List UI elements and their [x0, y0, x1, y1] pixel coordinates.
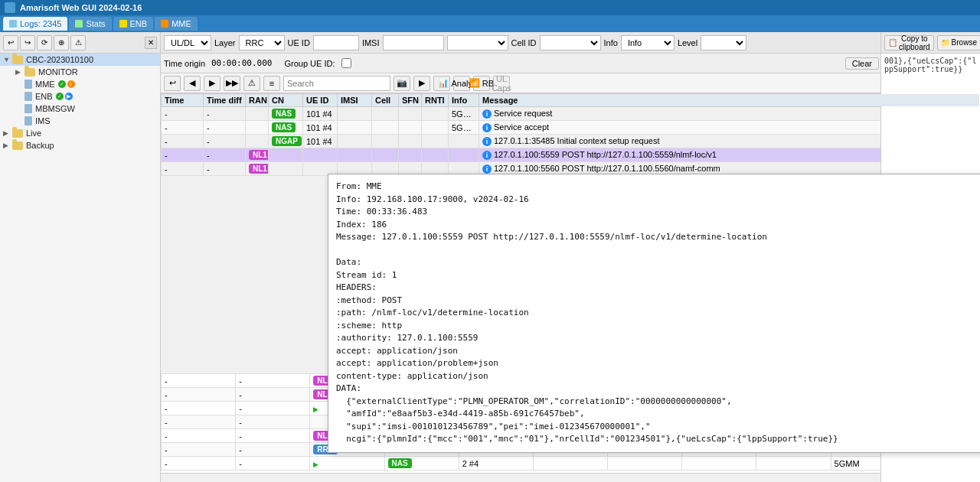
cell-sfn [399, 121, 422, 135]
col-header-imsi[interactable]: IMSI [338, 94, 372, 107]
tab-mme[interactable]: MME [155, 17, 198, 31]
sidebar-btn-4[interactable]: ⊕ [54, 35, 69, 50]
info-select[interactable]: Info [621, 35, 675, 50]
tab-mme-label: MME [172, 19, 191, 28]
cell-time: - [162, 443, 236, 457]
info-message: Message: 127.0.1.100:5559 POST http://12… [336, 231, 980, 244]
cell-timediff: - [236, 402, 310, 415]
cell-timediff: - [236, 443, 310, 457]
search-go-btn[interactable]: ▶ [413, 76, 430, 91]
ul-caps-button[interactable]: UL Caps [493, 76, 510, 91]
cell-ueid: 101 #4 [303, 121, 338, 135]
next-btn[interactable]: ▶▶ [224, 76, 240, 91]
sidebar-btn-3[interactable]: ⟳ [37, 35, 52, 50]
sidebar-btn-1[interactable]: ↩ [3, 35, 18, 50]
cell-imsi [338, 135, 372, 148]
cell-time: - [162, 415, 236, 429]
cell-ran [246, 121, 269, 135]
table-row[interactable]: - - NAS 101 #4 5GMM iService request [162, 107, 980, 121]
tab-stats-label: Stats [86, 19, 105, 28]
col-header-cn[interactable]: CN [269, 94, 303, 107]
search-input[interactable] [283, 76, 390, 91]
cell-cn: NAS [269, 107, 303, 121]
level-select[interactable] [701, 35, 746, 50]
info-json-data: {"externalClientType":"PLMN_OPERATOR_OM"… [336, 396, 980, 446]
layer-select[interactable]: RRC [239, 35, 285, 50]
sidebar-item-mme[interactable]: MME ✓ ! [0, 78, 160, 90]
main-layout: ↩ ↪ ⟳ ⊕ ⚠ ✕ ▼ CBC-2023010100 ▶ MONITOR M… [0, 32, 980, 482]
prev-btn[interactable]: ◀ [184, 76, 201, 91]
folder-icon-cbc [12, 56, 23, 64]
col-header-info[interactable]: Info [449, 94, 479, 107]
tab-enb[interactable]: ENB [113, 17, 154, 31]
sidebar-item-cbc[interactable]: ▼ CBC-2023010100 [0, 54, 160, 66]
copy-to-clipboard-btn[interactable]: 📋 Copy to clipboard [884, 35, 934, 50]
cell-time: - [162, 388, 236, 402]
copy-label: Copy to clipboard [899, 34, 930, 51]
sidebar-label-mme: MME [35, 80, 55, 89]
enb-status-green: ✓ [56, 93, 64, 100]
cell-cn: NAS [384, 457, 459, 471]
col-header-rnti[interactable]: RNTI [422, 94, 449, 107]
col-header-ueid[interactable]: UE ID [303, 94, 338, 107]
tree-arrow-cbc: ▼ [3, 56, 12, 64]
file-icon-mme [24, 80, 32, 89]
tab-stats[interactable]: Stats [69, 17, 111, 31]
ueid-input[interactable] [313, 35, 359, 50]
info-accept-problem: accept: application/problem+json [336, 357, 980, 370]
col-header-cell[interactable]: Cell [372, 94, 399, 107]
refresh-btn[interactable]: ↩ [164, 76, 181, 91]
col-header-timediff[interactable]: Time diff [204, 94, 246, 107]
table-row[interactable]: - - ▶ NAS 2 #4 5GMM iUL NAS transport [162, 457, 980, 471]
play-btn[interactable]: ▶ [204, 76, 220, 91]
folder-icon-live [12, 129, 23, 138]
sidebar-btn-2[interactable]: ↪ [20, 35, 35, 50]
cell-time: - [162, 135, 204, 148]
imsi-input[interactable] [383, 35, 444, 50]
table-row[interactable]: - - NAS 101 #4 5GMM iService accept [162, 121, 980, 135]
sidebar-btn-5[interactable]: ⚠ [70, 35, 86, 50]
warn-btn[interactable]: ⚠ [243, 76, 260, 91]
search-cam-btn[interactable]: 📷 [394, 76, 410, 91]
col-header-sfn[interactable]: SFN [399, 94, 422, 107]
cell-cell [372, 148, 399, 162]
clear-button[interactable]: Clear [845, 57, 879, 70]
horizontal-scrollbar[interactable] [161, 473, 980, 482]
cell-cn: NAS [269, 121, 303, 135]
sidebar-item-backup[interactable]: ▶ Backup [0, 139, 160, 151]
filter-btn[interactable]: ≡ [263, 76, 280, 91]
rb-button[interactable]: 📶 RB [473, 76, 490, 91]
col-header-ran[interactable]: RAN [246, 94, 269, 107]
cell-timediff: - [236, 388, 310, 402]
sidebar-item-enb[interactable]: ENB ✓ ▶ [0, 90, 160, 103]
imsi-select[interactable] [447, 35, 508, 50]
cell-timediff: - [236, 415, 310, 429]
mme-status-orange: ! [67, 80, 75, 88]
cell-info [449, 135, 479, 148]
enb-status-icons: ✓ ▶ [56, 93, 73, 100]
sidebar-item-ims[interactable]: IMS [0, 115, 160, 127]
col-header-time[interactable]: Time [162, 94, 204, 107]
cellid-select[interactable] [540, 35, 601, 50]
table-row[interactable]: - - NL1◀▶ i127.0.1.100:5559 POST http://… [162, 148, 980, 162]
cell-time: - [162, 374, 236, 388]
sidebar-item-live[interactable]: ▶ Live [0, 127, 160, 139]
tab-logs[interactable]: Logs: 2345 [3, 17, 67, 31]
cell-timediff: - [236, 374, 310, 388]
browse-btn[interactable]: 📁 Browse [937, 35, 980, 50]
info-headers: HEADERS: [336, 282, 980, 295]
sidebar-close-btn[interactable]: ✕ [145, 37, 157, 49]
cell-rnti [422, 121, 449, 135]
cell-cell [372, 107, 399, 121]
col-header-msg[interactable]: Message [479, 94, 980, 107]
sidebar-item-monitor[interactable]: ▶ MONITOR [0, 66, 160, 78]
info-authority: :authority: 127.0.1.100:5559 [336, 332, 980, 345]
sidebar-item-mbmsgw[interactable]: MBMSGW [0, 103, 160, 115]
table-row[interactable]: - - NGAP 101 #4 i127.0.1.1:35485 Initial… [162, 135, 980, 148]
analytics-button[interactable]: 📊 Analytics [453, 76, 470, 91]
cell-ueid [303, 148, 338, 162]
cell-time: - [162, 148, 204, 162]
group-ue-checkbox[interactable] [341, 58, 351, 68]
interface-select[interactable]: UL/DL [164, 35, 211, 50]
info-data-label: Data: [336, 256, 980, 269]
